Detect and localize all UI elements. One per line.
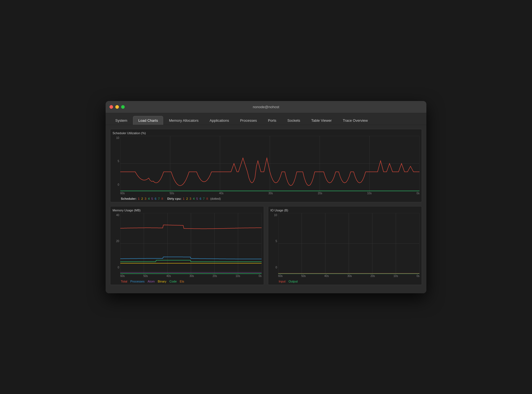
io-chart-title: IO Usage (B)	[270, 209, 419, 212]
scheduler-y-10: 10	[113, 136, 119, 139]
dirty-num-8[interactable]: 8	[206, 197, 208, 200]
memory-x-10: 10s	[236, 274, 240, 278]
io-x-30: 30s	[347, 274, 352, 278]
scheduler-y-5: 5	[113, 160, 119, 163]
scheduler-y-0: 0	[113, 183, 119, 186]
scheduler-x-20: 20s	[318, 192, 322, 195]
memory-y-40: 40	[113, 214, 119, 217]
titlebar: nonode@nohost	[106, 101, 426, 113]
scheduler-num-5[interactable]: 5	[151, 197, 153, 200]
legend-binary[interactable]: Binary	[158, 280, 166, 283]
scheduler-num-1[interactable]: 1	[138, 197, 140, 200]
memory-canvas	[120, 213, 262, 274]
io-chart: IO Usage (B) 10 5 0 60s 50s 40s 30s	[268, 206, 422, 285]
memory-x-40: 40s	[166, 274, 171, 278]
tab-sockets[interactable]: Sockets	[282, 116, 305, 125]
memory-y-0: 0	[113, 266, 119, 269]
dirty-num-1[interactable]: 1	[183, 197, 184, 200]
dirty-num-2[interactable]: 2	[186, 197, 188, 200]
io-x-10: 10s	[393, 274, 398, 278]
legend-code[interactable]: Code	[169, 280, 177, 283]
scheduler-x-40: 40s	[219, 192, 223, 195]
dotted-label: (dotted)	[209, 197, 221, 200]
main-window: nonode@nohost System Load Charts Memory …	[106, 101, 426, 293]
minimize-button[interactable]	[115, 105, 119, 109]
dirty-num-6[interactable]: 6	[200, 197, 201, 200]
io-x-20: 20s	[371, 274, 375, 278]
scheduler-num-2[interactable]: 2	[141, 197, 143, 200]
tab-memory-allocators[interactable]: Memory Allocators	[164, 116, 204, 125]
tab-table-viewer[interactable]: Table Viewer	[306, 116, 337, 125]
scheduler-num-3[interactable]: 3	[145, 197, 146, 200]
memory-legend: Total Processes Atom Binary Code Ets	[113, 279, 262, 285]
scheduler-legend-label: Scheduler:	[121, 197, 137, 200]
window-title: nonode@nohost	[253, 105, 279, 109]
legend-ets[interactable]: Ets	[180, 280, 184, 283]
tab-processes[interactable]: Processes	[235, 116, 262, 125]
scheduler-legend: Scheduler: 1 2 3 4 5 6 7 8 Dirty cpu: 1 …	[113, 196, 419, 202]
tab-bar: System Load Charts Memory Allocators App…	[106, 113, 426, 125]
bottom-charts: Memory Usage (MB) 40 20 0 60s 50s 40s 30	[110, 206, 422, 289]
memory-chart: Memory Usage (MB) 40 20 0 60s 50s 40s 30	[110, 206, 264, 285]
io-x-50: 50s	[301, 274, 306, 278]
scheduler-chart-title: Scheduler Utilization (%)	[113, 131, 419, 135]
scheduler-num-4[interactable]: 4	[148, 197, 150, 200]
dirty-num-3[interactable]: 3	[190, 197, 191, 200]
io-x-40: 40s	[324, 274, 329, 278]
memory-x-30: 30s	[189, 274, 194, 278]
scheduler-x-30: 30s	[268, 192, 273, 195]
memory-x-20: 20s	[213, 274, 217, 278]
io-legend: Input Output	[270, 279, 419, 285]
io-y-10: 10	[270, 214, 277, 217]
tab-trace-overview[interactable]: Trace Overview	[338, 116, 373, 125]
dirty-num-4[interactable]: 4	[193, 197, 195, 200]
scheduler-x-60: 60s	[120, 192, 125, 195]
memory-chart-title: Memory Usage (MB)	[113, 209, 262, 212]
legend-processes[interactable]: Processes	[130, 280, 144, 283]
memory-x-50: 50s	[143, 274, 148, 278]
traffic-lights	[109, 105, 125, 109]
legend-output[interactable]: Output	[289, 280, 298, 283]
legend-atom[interactable]: Atom	[148, 280, 155, 283]
scheduler-num-6[interactable]: 6	[155, 197, 156, 200]
io-y-0: 0	[270, 266, 277, 269]
content-area: Scheduler Utilization (%) 10 5 0 60s 50s…	[106, 125, 426, 293]
tab-applications[interactable]: Applications	[204, 116, 234, 125]
dirty-cpu-label: Dirty cpu:	[167, 197, 181, 200]
scheduler-x-0: 0s	[416, 192, 419, 195]
memory-x-0: 0s	[259, 274, 262, 278]
tab-system[interactable]: System	[110, 116, 132, 125]
tab-load-charts[interactable]: Load Charts	[133, 116, 163, 125]
scheduler-x-10: 10s	[367, 192, 372, 195]
scheduler-num-7[interactable]: 7	[158, 197, 160, 200]
scheduler-num-8[interactable]: 8	[161, 197, 163, 200]
scheduler-x-50: 50s	[170, 192, 174, 195]
legend-input[interactable]: Input	[279, 280, 285, 283]
scheduler-chart: Scheduler Utilization (%) 10 5 0 60s 50s…	[110, 129, 422, 202]
legend-total[interactable]: Total	[121, 280, 127, 283]
io-y-5: 5	[270, 240, 277, 243]
io-x-0: 0s	[416, 274, 419, 278]
scheduler-canvas	[120, 136, 419, 191]
tab-ports[interactable]: Ports	[263, 116, 281, 125]
io-canvas	[278, 213, 419, 274]
dirty-num-5[interactable]: 5	[196, 197, 198, 200]
memory-x-60: 60s	[120, 274, 125, 278]
io-x-60: 60s	[278, 274, 283, 278]
dirty-num-7[interactable]: 7	[203, 197, 205, 200]
close-button[interactable]	[109, 105, 113, 109]
maximize-button[interactable]	[121, 105, 125, 109]
memory-y-20: 20	[113, 240, 119, 243]
